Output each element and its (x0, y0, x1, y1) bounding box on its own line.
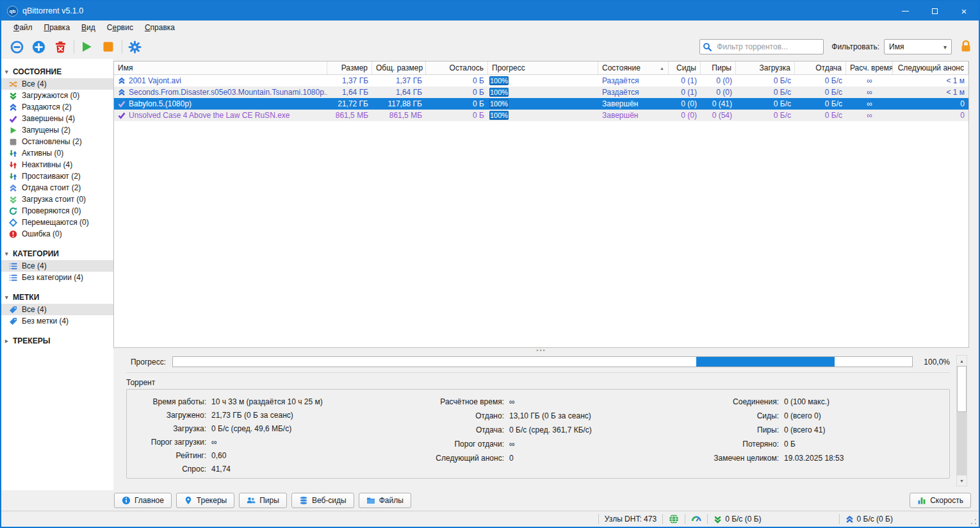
maximize-button[interactable] (920, 1, 949, 21)
sidebar: ▾СОСТОЯНИЕ Все (4) Загружаются (0) Разда… (1, 59, 113, 490)
table-row[interactable]: 2001 Vajont.avi 1,37 ГБ 1,37 ГБ 0 Б 100%… (114, 75, 968, 87)
column-header-peers[interactable]: Пиры (701, 62, 736, 74)
scroll-up-icon[interactable]: ▲ (957, 356, 967, 366)
sidebar-item-stalled[interactable]: Простаивают (2) (1, 170, 113, 182)
categories-section-header[interactable]: ▾КАТЕГОРИИ (1, 247, 113, 260)
sidebar-item-downloading[interactable]: Загружаются (0) (1, 90, 113, 101)
details-scrollbar[interactable]: ▲ ▼ (956, 355, 967, 486)
tab-webseeds[interactable]: Веб-сиды (291, 493, 354, 508)
torrent-size: 1,64 ГБ (327, 88, 372, 97)
table-header-row: Имя Размер Общ. размер Осталось Прогресс… (114, 62, 968, 75)
category-list-icon (9, 262, 17, 270)
sidebar-item-moving[interactable]: Перемещаются (0) (1, 217, 113, 228)
lock-button[interactable] (960, 40, 972, 54)
filter-column-select[interactable]: Имя ▾ (884, 39, 952, 54)
torrent-filter-searchbox[interactable] (699, 39, 824, 54)
resize-grip[interactable] (970, 518, 977, 525)
torrent-peers: 0 (41) (701, 99, 736, 108)
column-header-name[interactable]: Имя (114, 62, 327, 74)
tab-general[interactable]: Главное (114, 493, 172, 508)
torrent-size: 21,72 ГБ (327, 99, 372, 108)
info-label: Замечен целиком: (682, 454, 779, 463)
sidebar-item-errored[interactable]: Ошибка (0) (1, 228, 113, 240)
sidebar-item-checking[interactable]: Проверяются (0) (1, 205, 113, 217)
column-header-status[interactable]: Состояние▲ (598, 62, 669, 74)
sidebar-item-inactive[interactable]: Неактивны (4) (1, 159, 113, 170)
sidebar-item-stalled-downloading[interactable]: Загрузка стоит (0) (1, 194, 113, 205)
torrent-seeds: 0 (0) (669, 99, 701, 108)
tags-section-header[interactable]: ▾МЕТКИ (1, 291, 113, 304)
menu-view[interactable]: Вид (76, 22, 101, 34)
stop-square-icon (9, 138, 17, 146)
sidebar-item-stopped[interactable]: Остановлены (2) (1, 136, 113, 147)
menu-edit[interactable]: Правка (38, 22, 76, 34)
tab-peers[interactable]: Пиры (239, 493, 287, 508)
peers-icon (247, 496, 256, 505)
sidebar-item-seeding[interactable]: Раздаются (2) (1, 101, 113, 113)
tab-files[interactable]: Файлы (359, 493, 411, 508)
sidebar-item-running[interactable]: Запущены (2) (1, 124, 113, 136)
scrollbar-thumb[interactable] (957, 366, 967, 412)
info-value: 19.03.2025 18:53 (784, 454, 844, 463)
panel-splitter[interactable]: ••• (113, 348, 969, 352)
column-header-next-announce[interactable]: Следующий анонс (893, 62, 968, 74)
column-header-size[interactable]: Размер (327, 62, 372, 74)
play-icon (9, 126, 17, 135)
torrent-down-speed: 0 Б/с (736, 88, 795, 97)
stop-button[interactable] (99, 38, 117, 56)
sidebar-item-completed[interactable]: Завершены (4) (1, 113, 113, 124)
table-row-selected[interactable]: Babylon.5.(1080p) 21,72 ГБ 117,88 ГБ 0 Б… (114, 98, 968, 110)
sidebar-item-all[interactable]: Все (4) (1, 78, 113, 90)
table-row[interactable]: Seconds.From.Disaster.s05e03.Mountain.Ts… (114, 87, 968, 98)
statusbar-separator (685, 514, 685, 524)
statusbar-separator (839, 514, 840, 524)
torrent-eta: ∞ (846, 111, 893, 120)
trackers-section-header[interactable]: ▸ТРЕКЕРЫ (1, 334, 113, 347)
info-label: Потеряно: (682, 440, 779, 449)
torrent-next-announce: < 1 м (893, 88, 968, 97)
progress-cell: 100% (488, 111, 598, 120)
delete-button[interactable] (51, 38, 69, 56)
sidebar-item-active[interactable]: Активны (0) (1, 147, 113, 159)
sidebar-tag-all[interactable]: Все (4) (1, 304, 113, 315)
sidebar-tag-untagged[interactable]: Без метки (4) (1, 315, 113, 327)
sidebar-category-uncategorized[interactable]: Без категории (4) (1, 272, 113, 283)
close-button[interactable]: × (949, 1, 979, 21)
search-input[interactable] (715, 42, 821, 52)
column-header-progress[interactable]: Прогресс (488, 62, 598, 74)
download-speed-status[interactable]: 0 Б/с (0 Б) (714, 515, 761, 524)
connection-status-button[interactable] (669, 514, 679, 524)
torrent-status: Завершён (598, 111, 669, 120)
column-header-seeds[interactable]: Сиды (669, 62, 701, 74)
menu-file[interactable]: Файл (8, 22, 38, 34)
column-header-up-speed[interactable]: Отдача (795, 62, 846, 74)
torrent-size: 1,37 ГБ (327, 76, 372, 85)
bar-chart-icon (917, 496, 926, 505)
content-column: Имя Размер Общ. размер Осталось Прогресс… (113, 61, 969, 490)
minimize-button[interactable] (890, 1, 920, 21)
column-header-total-size[interactable]: Общ. размер (372, 62, 426, 74)
resume-button[interactable] (78, 38, 95, 56)
column-header-remaining[interactable]: Осталось (426, 62, 488, 74)
folder-icon (366, 496, 375, 505)
menu-help[interactable]: Справка (139, 22, 181, 34)
tab-trackers[interactable]: Трекеры (176, 493, 234, 508)
alt-speed-limits-button[interactable] (691, 514, 701, 524)
table-row[interactable]: Unsolved Case 4 Above the Law CE RuSN.ex… (114, 110, 968, 121)
options-button[interactable] (126, 38, 143, 56)
progress-cell: 100% (488, 99, 598, 108)
torrent-status: Раздаётся (598, 88, 669, 97)
scroll-down-icon[interactable]: ▼ (957, 475, 967, 486)
info-label: Спрос: (131, 465, 206, 474)
column-header-down-speed[interactable]: Загрузка (736, 62, 795, 74)
status-section-header[interactable]: ▾СОСТОЯНИЕ (1, 65, 113, 78)
scrollbar-track[interactable] (957, 366, 967, 475)
sidebar-category-all[interactable]: Все (4) (1, 260, 113, 272)
add-link-button[interactable] (8, 38, 26, 56)
speed-graph-button[interactable]: Скорость (910, 493, 971, 508)
menu-tools[interactable]: Сервис (101, 22, 139, 34)
upload-speed-status[interactable]: 0 Б/с (0 Б) (845, 515, 893, 524)
add-torrent-button[interactable] (29, 38, 47, 56)
sidebar-item-stalled-uploading[interactable]: Отдача стоит (2) (1, 182, 113, 194)
column-header-eta[interactable]: Расч. время (846, 62, 893, 74)
